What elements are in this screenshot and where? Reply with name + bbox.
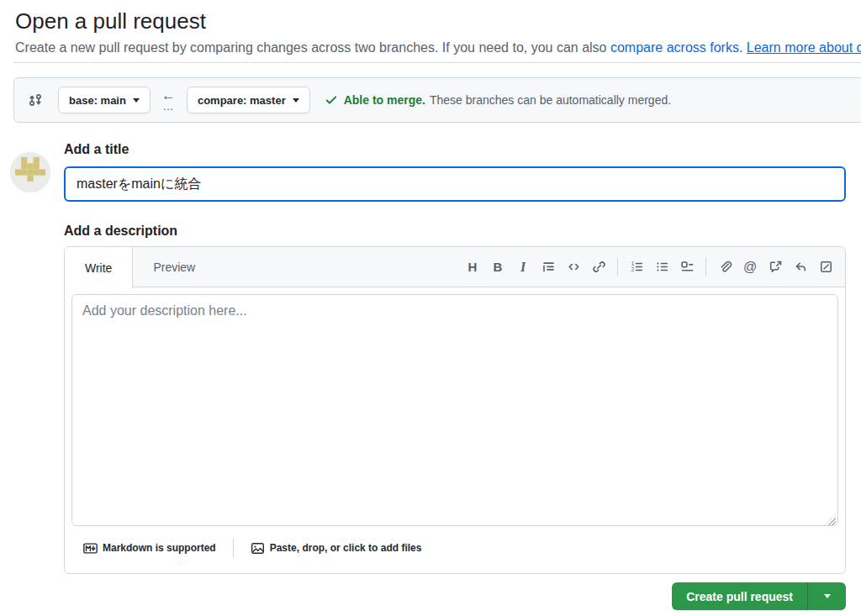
git-compare-icon (28, 92, 43, 108)
link-icon[interactable] (588, 256, 610, 278)
markdown-editor: Write Preview H B I (64, 246, 846, 574)
tab-write[interactable]: Write (65, 247, 133, 288)
subtitle-text: Create a new pull request by comparing c… (15, 40, 610, 55)
cross-reference-icon[interactable] (764, 256, 786, 278)
header-divider (13, 62, 861, 63)
tab-preview[interactable]: Preview (133, 247, 215, 287)
svg-text:1: 1 (631, 261, 634, 266)
merge-status: Able to merge. These branches can be aut… (325, 93, 671, 107)
editor-toolbar: H B I 12 (462, 247, 845, 287)
chevron-down-icon (293, 98, 299, 103)
bullet-list-icon[interactable] (651, 256, 673, 278)
create-pull-request-split-button: Create pull request (672, 582, 846, 610)
title-input[interactable] (64, 166, 846, 202)
paperclip-icon[interactable] (714, 256, 736, 278)
markdown-supported-label: Markdown is supported (103, 542, 216, 554)
quote-icon[interactable] (537, 256, 559, 278)
svg-text:2: 2 (631, 266, 634, 272)
editor-header: Write Preview H B I (65, 247, 845, 287)
toolbar-divider (617, 258, 618, 276)
image-icon (251, 541, 265, 555)
fullscreen-icon[interactable] (815, 256, 837, 278)
form-actions: Create pull request (64, 582, 846, 610)
chevron-down-icon (133, 98, 140, 103)
base-branch-label: base: main (69, 94, 126, 107)
toolbar-divider (705, 258, 706, 276)
pull-request-form: Add a title Add a description Write Prev… (0, 140, 861, 610)
editor-body: Markdown is supported Paste, drop, or cl… (65, 287, 845, 573)
task-list-icon[interactable] (676, 256, 698, 278)
title-label: Add a title (64, 140, 846, 159)
heading-icon[interactable]: H (462, 256, 483, 278)
description-textarea[interactable] (71, 294, 838, 526)
mention-icon[interactable]: @ (739, 256, 761, 278)
markdown-icon (83, 541, 98, 555)
markdown-supported-link[interactable]: Markdown is supported (77, 541, 223, 555)
compare-direction-indicator: ← … (161, 88, 176, 112)
editor-footer: Markdown is supported Paste, drop, or cl… (71, 529, 838, 566)
compare-across-forks-link[interactable]: compare across forks. (610, 40, 742, 55)
ellipsis-icon: … (162, 101, 174, 112)
numbered-list-icon[interactable]: 12 (626, 256, 647, 278)
compare-branch-button[interactable]: compare: master (187, 87, 310, 113)
footer-divider (233, 538, 234, 558)
create-pull-request-dropdown[interactable] (807, 582, 846, 610)
bold-icon[interactable]: B (487, 256, 509, 278)
reply-icon[interactable] (790, 256, 811, 278)
check-icon (325, 93, 338, 107)
italic-icon[interactable]: I (512, 256, 534, 278)
learn-more-link[interactable]: Learn more about comparing branches. (747, 40, 861, 55)
attach-files-label: Paste, drop, or click to add files (270, 542, 422, 554)
attach-files-button[interactable]: Paste, drop, or click to add files (244, 541, 429, 555)
merge-status-text: These branches can be automatically merg… (430, 93, 671, 107)
chevron-down-icon (824, 594, 831, 598)
create-pull-request-button[interactable]: Create pull request (672, 582, 807, 610)
code-icon[interactable] (563, 256, 584, 278)
description-label: Add a description (64, 222, 846, 240)
merge-status-strong: Able to merge. (344, 93, 425, 107)
base-branch-button[interactable]: base: main (58, 87, 151, 113)
branch-comparison-bar: base: main ← … compare: master Able to m… (13, 77, 861, 123)
avatar (10, 152, 50, 192)
page-title: Open a pull request (15, 7, 861, 35)
page-subtitle: Create a new pull request by comparing c… (15, 39, 861, 57)
compare-branch-label: compare: master (198, 94, 286, 107)
